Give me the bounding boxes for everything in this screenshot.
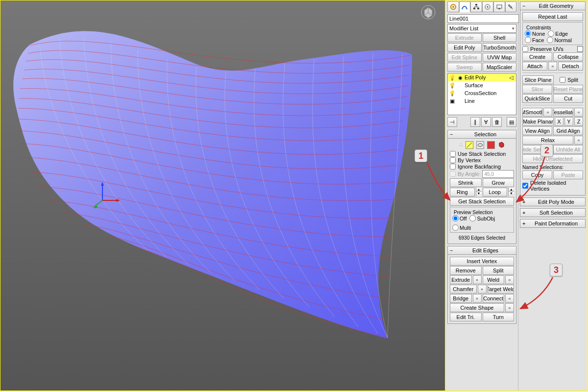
btn-target-weld[interactable]: Target Weld [488,285,514,294]
modifier-stack[interactable]: 💡◉Edit Poly◁ 💡Surface 💡CrossSection ▣Lin… [447,73,516,115]
btn-weld[interactable]: Weld [483,275,505,284]
btn-shell[interactable]: Shell [483,33,517,42]
btn-relax[interactable]: Relax [522,136,573,145]
btn-planar-z[interactable]: Z [574,117,583,126]
tab-create[interactable] [447,1,459,12]
btn-relax-settings[interactable]: ▫ [574,136,583,145]
btn-create-shape-settings[interactable]: ▫ [505,303,514,312]
subobj-vertex-icon[interactable]: ∴ [459,142,463,148]
btn-tessellate[interactable]: Tessellate [553,108,573,117]
stack-item-crosssection[interactable]: 💡CrossSection [448,89,516,97]
btn-uvwmap[interactable]: UVW Map [483,53,517,62]
tab-utilities[interactable] [505,1,517,12]
rollout-editpolymode[interactable]: +Edit Poly Mode [520,197,586,206]
btn-msmooth[interactable]: MSmooth [522,108,542,117]
tab-motion[interactable] [482,1,494,12]
stack-item-line[interactable]: ▣Line [448,97,516,105]
btn-remove[interactable]: Remove [450,266,482,275]
btn-grow[interactable]: Grow [483,178,514,187]
btn-mapscaler[interactable]: MapScaler [483,63,517,72]
chk-split[interactable]: Split [555,76,583,84]
subobj-element-icon[interactable] [498,141,505,149]
preserve-uvs-settings[interactable] [577,46,583,52]
modifier-list-dropdown[interactable]: Modifier List [447,24,516,33]
rollout-editgeometry-header[interactable]: −Edit Geometry [520,1,586,10]
btn-create-shape[interactable]: Create Shape [450,303,504,312]
btn-extrude-edge[interactable]: Extrude [450,275,472,284]
loop-spinner[interactable]: ▲▼ [508,188,514,196]
radio-normal[interactable]: Normal [547,37,571,43]
radio-off[interactable]: Off [452,215,466,221]
btn-quickslice[interactable]: QuickSlice [522,94,552,103]
btn-ring[interactable]: Ring [450,188,475,196]
rollout-paintdeformation[interactable]: +Paint Deformation [520,219,586,228]
btn-turbosmooth[interactable]: TurboSmooth [483,43,517,52]
btn-collapse[interactable]: Collapse [553,52,583,61]
btn-unhide-all[interactable]: Unhide All [553,145,583,154]
radio-edge[interactable]: Edge [548,30,568,37]
btn-repeat-last[interactable]: Repeat Last [522,12,583,21]
radio-face[interactable]: Face [525,37,544,43]
btn-shrink[interactable]: Shrink [450,178,482,187]
object-name-input[interactable] [447,14,519,23]
btn-grid-align[interactable]: Grid Align [553,126,583,135]
btn-planar-x[interactable]: X [555,117,564,126]
viewport-perspective[interactable] [0,0,445,391]
pin-stack-icon[interactable]: ⊣ [447,117,457,127]
radio-subobj[interactable]: SubObj [469,215,495,221]
show-end-result-icon[interactable]: ∥ [470,117,480,127]
btn-detach[interactable]: Detach [558,62,583,71]
btn-weld-settings[interactable]: ▫ [505,275,514,284]
btn-extrude[interactable]: Extrude [447,33,482,42]
btn-split[interactable]: Split [483,266,514,275]
chk-ignore-backfacing[interactable]: Ignore Backfacing [450,164,514,170]
btn-loop[interactable]: Loop [483,188,508,196]
btn-connect[interactable]: Connect [483,294,505,303]
stack-item-editpoly[interactable]: 💡◉Edit Poly◁ [448,74,516,81]
btn-turn[interactable]: Turn [483,313,514,321]
btn-editpoly[interactable]: Edit Poly [447,43,482,52]
chk-preserve-uvs[interactable]: Preserve UVs [522,46,583,52]
chk-delete-isolated[interactable]: Delete Isolated Vertices [522,180,583,192]
transform-gizmo[interactable] [93,181,122,210]
btn-get-stack-selection[interactable]: Get Stack Selection [450,197,514,206]
make-unique-icon[interactable]: ∀ [481,117,491,127]
rollout-selection-header[interactable]: −Selection [447,130,516,139]
tab-display[interactable] [493,1,505,12]
btn-tessellate-settings[interactable]: ▫ [574,108,583,117]
ring-spinner[interactable]: ▲▼ [476,188,482,196]
btn-cut[interactable]: Cut [553,94,583,103]
btn-view-align[interactable]: View Align [522,126,552,135]
btn-extrude-settings[interactable]: ▫ [473,275,482,284]
btn-sweep[interactable]: Sweep [447,63,482,72]
btn-reset-plane[interactable]: Reset Plane [553,85,583,94]
btn-bridge-settings[interactable]: ▫ [473,294,482,303]
btn-make-planar[interactable]: Make Planar [522,117,554,126]
btn-chamfer-settings[interactable]: ▫ [478,285,487,294]
btn-bridge[interactable]: Bridge [450,294,472,303]
btn-slice-plane[interactable]: Slice Plane [522,75,554,84]
chk-use-stack[interactable]: Use Stack Selection [450,151,514,157]
chk-by-vertex[interactable]: By Vertex [450,157,514,163]
btn-connect-settings[interactable]: ▫ [505,294,514,303]
btn-slice[interactable]: Slice [522,85,552,94]
btn-edit-tri[interactable]: Edit Tri. [450,313,482,321]
remove-modifier-icon[interactable]: 🗑 [492,117,502,127]
btn-copy[interactable]: Copy [522,171,552,179]
subobj-edge-icon[interactable] [466,141,473,149]
btn-hide-selected[interactable]: Hide Selected [522,145,552,154]
radio-none[interactable]: None [525,30,545,37]
btn-attach-list[interactable]: ▫ [548,62,557,71]
configure-sets-icon[interactable]: ▤ [507,117,516,127]
btn-attach[interactable]: Attach [522,62,547,71]
rollout-editedges-header[interactable]: −Edit Edges [447,246,516,255]
radio-multi[interactable]: Multi [452,224,471,231]
tab-modify[interactable] [459,1,471,12]
btn-chamfer[interactable]: Chamfer [450,285,477,294]
subobj-polygon-icon[interactable] [487,141,495,149]
btn-hide-unselected[interactable]: Hide Unselected [522,154,583,163]
rollout-softselection[interactable]: +Soft Selection [520,208,586,217]
btn-msmooth-settings[interactable]: ▫ [543,108,552,117]
btn-paste[interactable]: Paste [553,171,583,179]
btn-insert-vertex[interactable]: Insert Vertex [450,257,514,266]
